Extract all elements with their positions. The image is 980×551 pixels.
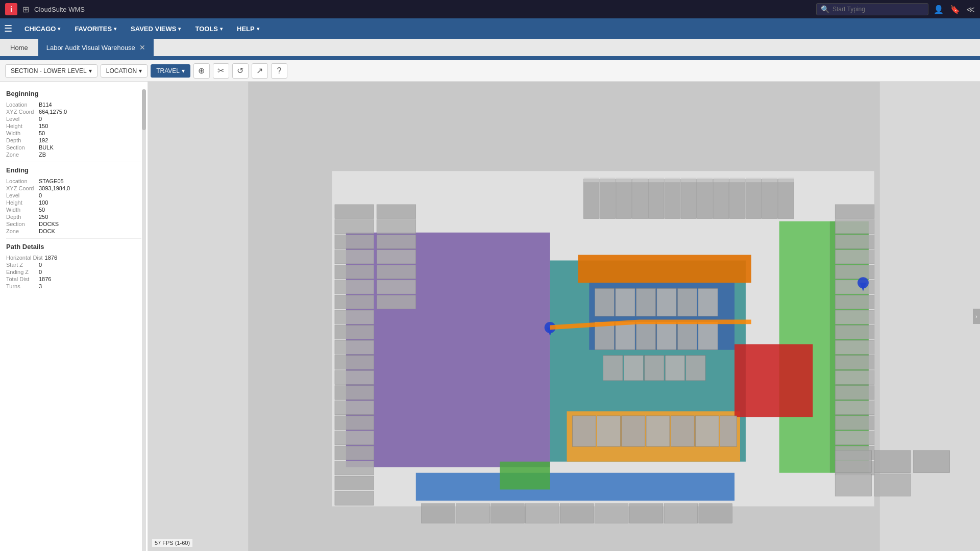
ending-height-value: 100 bbox=[39, 199, 48, 206]
beginning-height-label: Height bbox=[6, 123, 37, 129]
svg-rect-100 bbox=[572, 416, 596, 446]
section-dropdown-caret: ▾ bbox=[89, 67, 92, 74]
svg-rect-94 bbox=[698, 322, 718, 350]
beginning-width-value: 50 bbox=[39, 130, 45, 136]
beginning-width: Width 50 bbox=[6, 130, 141, 136]
svg-rect-109 bbox=[491, 504, 525, 523]
nav-help[interactable]: HELP ▾ bbox=[231, 22, 265, 36]
svg-rect-77 bbox=[835, 386, 874, 399]
beginning-zone: Zone ZB bbox=[6, 152, 141, 158]
export-button[interactable]: ↗ bbox=[252, 63, 268, 79]
svg-rect-40 bbox=[335, 235, 374, 248]
svg-rect-51 bbox=[335, 400, 374, 414]
ending-xyz-value: 3093,1984,0 bbox=[39, 185, 70, 191]
svg-rect-119 bbox=[874, 474, 911, 496]
svg-rect-87 bbox=[677, 288, 697, 316]
svg-rect-67 bbox=[835, 235, 874, 248]
divider-2 bbox=[6, 238, 141, 239]
svg-rect-92 bbox=[657, 322, 676, 350]
svg-rect-88 bbox=[698, 288, 718, 316]
svg-rect-71 bbox=[835, 295, 874, 309]
logo-letter: i bbox=[10, 5, 12, 13]
left-panel: Beginning Location B114 XYZ Coord 664,12… bbox=[0, 82, 148, 551]
svg-rect-90 bbox=[616, 322, 635, 350]
nav-saved-views[interactable]: SAVED VIEWS ▾ bbox=[125, 22, 187, 36]
svg-rect-76 bbox=[835, 370, 874, 384]
svg-rect-91 bbox=[636, 322, 655, 350]
path-title: Path Details bbox=[6, 243, 141, 251]
beginning-location-label: Location bbox=[6, 102, 37, 108]
path-turns-value: 3 bbox=[39, 283, 42, 289]
collapse-icon[interactable]: ≪ bbox=[966, 5, 975, 14]
tab-labor-audit[interactable]: Labor Audit Visual Warehouse ✕ bbox=[38, 39, 154, 56]
collapse-panel-button[interactable]: › bbox=[973, 309, 980, 324]
search-bar: 🔍 bbox=[816, 3, 928, 15]
svg-rect-56 bbox=[335, 476, 374, 490]
svg-rect-102 bbox=[622, 416, 645, 446]
location-dropdown[interactable]: LOCATION ▾ bbox=[101, 64, 148, 78]
app-name: CloudSuite WMS bbox=[34, 6, 811, 13]
svg-rect-45 bbox=[335, 310, 374, 324]
beginning-height-value: 150 bbox=[39, 123, 48, 129]
nav-saved-views-label: SAVED VIEWS bbox=[131, 25, 176, 33]
refresh-button[interactable]: ↺ bbox=[232, 63, 249, 79]
svg-rect-34 bbox=[729, 178, 745, 182]
svg-rect-63 bbox=[377, 280, 416, 294]
warehouse-viewport[interactable]: 57 FPS (1-60) › bbox=[148, 82, 980, 551]
nav-favorites-label: FAVORITES bbox=[75, 25, 112, 33]
bookmark-icon[interactable]: 🔖 bbox=[950, 5, 960, 14]
cut-tool-button[interactable]: ✂ bbox=[213, 63, 229, 79]
search-input[interactable] bbox=[832, 6, 914, 13]
beginning-section: Section BULK bbox=[6, 144, 141, 151]
svg-rect-80 bbox=[835, 431, 874, 445]
hamburger-icon[interactable]: ☰ bbox=[4, 23, 12, 34]
ending-height: Height 100 bbox=[6, 199, 141, 206]
ending-height-label: Height bbox=[6, 199, 37, 206]
select-icon: ⊕ bbox=[198, 66, 205, 76]
location-dropdown-caret: ▾ bbox=[139, 67, 142, 74]
travel-dropdown[interactable]: TRAVEL ▾ bbox=[151, 64, 190, 78]
tab-home[interactable]: Home bbox=[0, 39, 38, 56]
svg-rect-19 bbox=[697, 180, 713, 219]
svg-rect-47 bbox=[335, 340, 374, 354]
svg-rect-97 bbox=[645, 356, 664, 381]
svg-marker-11 bbox=[500, 462, 550, 490]
nav-chicago-caret: ▾ bbox=[58, 26, 60, 32]
beginning-zone-value: ZB bbox=[39, 152, 46, 158]
travel-dropdown-label: TRAVEL bbox=[156, 67, 180, 74]
svg-rect-43 bbox=[335, 280, 374, 294]
warehouse-svg bbox=[148, 82, 980, 551]
scroll-bar[interactable] bbox=[141, 82, 146, 551]
tab-close-button[interactable]: ✕ bbox=[139, 43, 145, 52]
ending-xyz: XYZ Coord 3093,1984,0 bbox=[6, 185, 141, 191]
help-button[interactable]: ? bbox=[271, 63, 287, 79]
travel-dropdown-caret: ▾ bbox=[182, 67, 185, 74]
svg-rect-78 bbox=[835, 400, 874, 414]
nav-favorites[interactable]: FAVORITES ▾ bbox=[68, 22, 122, 36]
svg-rect-99 bbox=[686, 356, 705, 381]
ending-location-label: Location bbox=[6, 178, 37, 184]
beginning-location-value: B114 bbox=[39, 102, 52, 108]
svg-rect-74 bbox=[835, 340, 874, 354]
svg-rect-29 bbox=[648, 178, 664, 182]
grid-icon[interactable]: ⊞ bbox=[22, 5, 29, 14]
user-icon[interactable]: 👤 bbox=[934, 5, 944, 14]
path-startz-value: 0 bbox=[39, 262, 42, 268]
svg-rect-85 bbox=[636, 288, 655, 316]
svg-rect-117 bbox=[835, 474, 871, 496]
svg-rect-41 bbox=[335, 250, 374, 264]
location-dropdown-label: LOCATION bbox=[106, 67, 137, 74]
nav-tools[interactable]: TOOLS ▾ bbox=[189, 22, 229, 36]
nav-chicago[interactable]: CHICAGO ▾ bbox=[18, 22, 66, 36]
svg-marker-7 bbox=[416, 473, 734, 501]
section-dropdown[interactable]: SECTION - LOWER LEVEL ▾ bbox=[5, 64, 97, 78]
svg-rect-83 bbox=[595, 288, 614, 316]
svg-rect-113 bbox=[629, 504, 663, 523]
beginning-xyz-label: XYZ Coord bbox=[6, 109, 37, 115]
svg-rect-59 bbox=[377, 220, 416, 234]
path-turns-label: Turns bbox=[6, 283, 37, 289]
svg-rect-110 bbox=[525, 504, 559, 523]
path-totaldist-value: 1876 bbox=[39, 276, 51, 282]
select-tool-button[interactable]: ⊕ bbox=[193, 63, 210, 79]
svg-rect-39 bbox=[335, 220, 374, 234]
